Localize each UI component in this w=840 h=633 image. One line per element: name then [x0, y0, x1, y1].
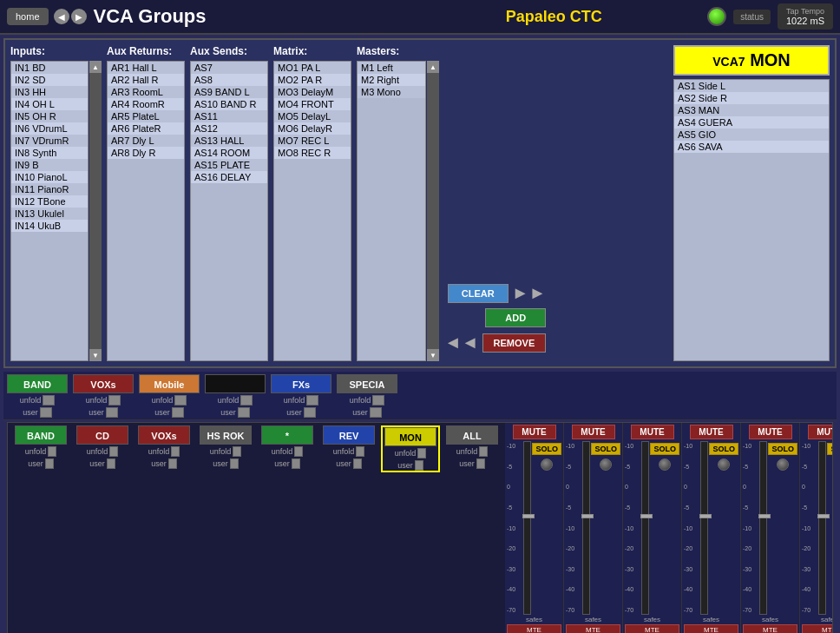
list-item[interactable]: MO2 PA R: [274, 74, 351, 86]
list-item[interactable]: MO1 PA L: [274, 62, 351, 74]
user-btn[interactable]: [353, 458, 362, 469]
unfold-btn[interactable]: [233, 446, 241, 457]
list-item[interactable]: IN9 B: [11, 159, 88, 171]
mte-button[interactable]: MTE: [507, 624, 561, 633]
list-item[interactable]: AS16 DELAY: [191, 171, 267, 183]
list-item[interactable]: AR5 PlateL: [108, 110, 184, 122]
vca-group-button[interactable]: SPECIA: [337, 374, 397, 393]
scroll-down[interactable]: ▼: [89, 349, 102, 361]
scroll-down-m[interactable]: ▼: [427, 349, 439, 361]
list-item[interactable]: AS9 BAND L: [191, 86, 267, 98]
list-item[interactable]: AS3 MAN: [674, 104, 829, 116]
home-button[interactable]: home: [7, 8, 49, 25]
matrix-list[interactable]: MO1 PA LMO2 PA RMO3 DelayMMO4 FRONTMO5 D…: [273, 61, 351, 361]
list-item[interactable]: AS10 BAND R: [191, 98, 267, 110]
user-button[interactable]: [172, 407, 184, 418]
list-item[interactable]: IN4 OH L: [11, 98, 88, 110]
unfold-btn[interactable]: [109, 446, 118, 457]
user-btn[interactable]: [107, 458, 115, 469]
knob[interactable]: [600, 458, 612, 471]
fader-track[interactable]: [641, 441, 649, 615]
solo-button[interactable]: SOLO: [709, 443, 738, 455]
tap-tempo[interactable]: Tap Tempo 1022 mS: [778, 3, 833, 30]
list-item[interactable]: IN2 SD: [11, 74, 88, 86]
vca-list[interactable]: AS1 Side LAS2 Side RAS3 MANAS4 GUERAAS5 …: [673, 79, 830, 361]
masters-scrollbar[interactable]: ▲ ▼: [427, 61, 439, 361]
unfold-button[interactable]: [108, 395, 121, 406]
fader-track[interactable]: [523, 441, 531, 615]
list-item[interactable]: IN13 Ukulel: [11, 208, 88, 220]
list-item[interactable]: AS1 Side L: [674, 80, 829, 92]
fader-track[interactable]: [818, 441, 826, 615]
mute-button[interactable]: MUTE: [808, 425, 834, 439]
list-item[interactable]: AS5 GIO: [674, 129, 829, 141]
list-item[interactable]: AS4 GUERA: [674, 116, 829, 129]
list-item[interactable]: MO6 DelayR: [274, 122, 351, 135]
list-item[interactable]: IN11 PianoR: [11, 183, 88, 195]
list-item[interactable]: IN10 PianoL: [11, 171, 88, 183]
scroll-up[interactable]: ▲: [89, 61, 102, 73]
list-item[interactable]: AS6 SAVA: [674, 141, 829, 153]
vca-bottom-group-button[interactable]: ALL: [446, 425, 498, 445]
list-item[interactable]: IN3 HH: [11, 86, 88, 98]
vca-bottom-group-button[interactable]: REV: [323, 425, 375, 445]
list-item[interactable]: AR2 Hall R: [108, 74, 184, 86]
unfold-button[interactable]: [43, 395, 55, 406]
fader-track[interactable]: [700, 441, 708, 615]
list-item[interactable]: AS15 PLATE: [191, 159, 267, 171]
mute-button[interactable]: MUTE: [690, 425, 733, 439]
list-item[interactable]: AS7: [191, 62, 267, 74]
list-item[interactable]: AS11: [191, 110, 267, 122]
list-item[interactable]: IN12 TBone: [11, 195, 88, 208]
list-item[interactable]: IN14 UkuB: [11, 220, 88, 232]
list-item[interactable]: AS13 HALL: [191, 135, 267, 147]
mte-button[interactable]: MTE: [625, 624, 679, 633]
vca-bottom-group-button[interactable]: *: [261, 425, 313, 445]
mute-button[interactable]: MUTE: [749, 425, 792, 439]
unfold-btn[interactable]: [48, 446, 56, 457]
mute-button[interactable]: MUTE: [572, 425, 615, 439]
list-item[interactable]: MO4 FRONT: [274, 98, 351, 110]
aux-returns-list[interactable]: AR1 Hall LAR2 Hall RAR3 RoomLAR4 RoomRAR…: [107, 61, 185, 361]
user-btn[interactable]: [476, 458, 485, 469]
list-item[interactable]: IN6 VDrumL: [11, 122, 88, 135]
knob[interactable]: [659, 458, 671, 471]
mte-button[interactable]: MTE: [684, 624, 738, 633]
list-item[interactable]: MO3 DelayM: [274, 86, 351, 98]
mte-button[interactable]: MTE: [566, 624, 620, 633]
list-item[interactable]: AS8: [191, 74, 267, 86]
unfold-btn[interactable]: [417, 448, 426, 458]
unfold-button[interactable]: [372, 395, 384, 406]
mte-button[interactable]: MTE: [802, 624, 833, 633]
fader-track[interactable]: [582, 441, 590, 615]
fader-knob[interactable]: [640, 514, 653, 518]
user-button[interactable]: [40, 407, 52, 418]
solo-button[interactable]: SOLO: [768, 443, 797, 455]
unfold-btn[interactable]: [356, 446, 364, 457]
fader-knob[interactable]: [522, 514, 535, 518]
vca-group-button[interactable]: VOXs: [73, 374, 134, 393]
vca-group-button[interactable]: [205, 374, 266, 393]
back-arrow[interactable]: ◀: [54, 9, 69, 24]
user-button[interactable]: [304, 407, 316, 418]
user-btn[interactable]: [168, 458, 177, 469]
list-item[interactable]: AR6 PlateR: [108, 122, 184, 135]
user-btn[interactable]: [45, 458, 54, 469]
list-item[interactable]: AS14 ROOM: [191, 147, 267, 159]
vca-bottom-group-button[interactable]: VOXs: [138, 425, 190, 445]
solo-button[interactable]: SOLO: [827, 443, 833, 455]
aux-sends-list[interactable]: AS7AS8AS9 BAND LAS10 BAND RAS11AS12AS13 …: [190, 61, 268, 361]
list-item[interactable]: AR4 RoomR: [108, 98, 184, 110]
vca-group-button[interactable]: FXs: [271, 374, 331, 393]
mute-button[interactable]: MUTE: [631, 425, 674, 439]
fader-track[interactable]: [759, 441, 767, 615]
vca-bottom-group-button[interactable]: BAND: [15, 425, 67, 445]
vca-group-button[interactable]: Mobile: [139, 374, 200, 393]
list-item[interactable]: AS12: [191, 122, 267, 135]
forward-arrow[interactable]: ▶: [71, 9, 87, 24]
fader-knob[interactable]: [699, 514, 712, 518]
vca-bottom-group-button[interactable]: CD: [76, 425, 128, 445]
mte-button[interactable]: MTE: [743, 624, 797, 633]
masters-list[interactable]: M1 LeftM2 RightM3 Mono: [357, 61, 426, 361]
list-item[interactable]: M1 Left: [358, 62, 425, 74]
